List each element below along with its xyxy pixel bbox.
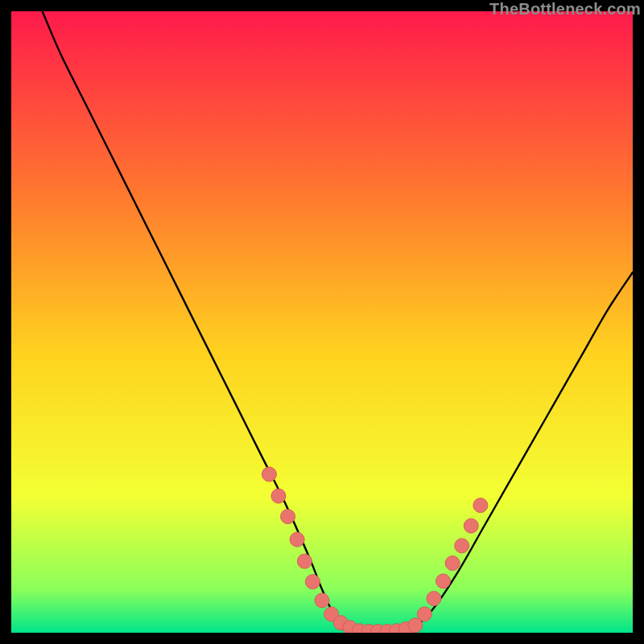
data-marker [445, 556, 460, 571]
data-marker [464, 518, 478, 533]
data-marker [455, 539, 469, 553]
bottleneck-chart [11, 11, 633, 633]
data-marker [417, 607, 431, 621]
watermark-text: TheBottleneck.com [489, 0, 641, 19]
data-marker [427, 592, 441, 606]
chart-frame [11, 11, 633, 633]
data-marker [315, 593, 329, 608]
data-marker [271, 489, 286, 503]
data-marker [281, 510, 295, 524]
gradient-background [11, 11, 633, 633]
data-marker [436, 574, 451, 588]
data-marker [305, 575, 320, 589]
data-marker [290, 532, 304, 547]
data-marker [473, 498, 488, 513]
data-marker [297, 554, 312, 568]
data-marker [262, 467, 276, 481]
